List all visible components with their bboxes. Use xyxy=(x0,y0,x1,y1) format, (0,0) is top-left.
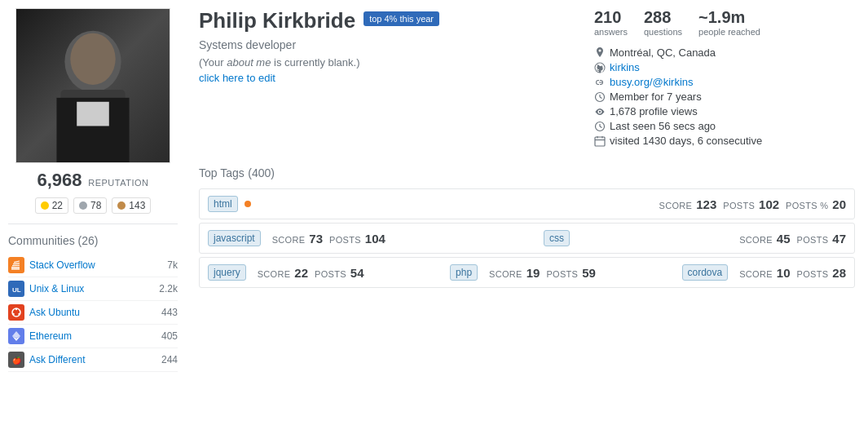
tags-label: Top Tags xyxy=(199,166,245,179)
meta-info: Montréal, QC, Canada kirkins busy.org/@k… xyxy=(594,46,855,147)
html-postspct-group: POSTS % 20 xyxy=(786,197,846,211)
php-score-group: SCORE 19 xyxy=(489,266,540,280)
link-icon xyxy=(594,77,606,88)
community-name-ethereum[interactable]: Ethereum xyxy=(29,330,156,342)
php-posts-group: POSTS 59 xyxy=(546,266,595,280)
communities-section: Communities (26) Stack Overflow 7k UL Un… xyxy=(8,234,178,372)
cordova-score-label: SCORE xyxy=(739,269,773,279)
css-posts-group: POSTS 47 xyxy=(797,232,846,246)
reached-label: people reached xyxy=(698,27,760,37)
meta-last-seen: Last seen 56 secs ago xyxy=(594,120,855,132)
github-icon xyxy=(594,62,606,73)
tag-html[interactable]: html xyxy=(208,196,238,212)
tag-jquery[interactable]: jquery xyxy=(208,264,246,281)
tag-row-html-inner: html SCORE 123 POSTS 102 POSTS % 20 xyxy=(208,196,846,212)
main-content: Philip Kirkbride top 4% this year System… xyxy=(186,0,868,425)
css-score-group: SCORE 45 xyxy=(739,232,790,246)
stat-questions: 288 questions xyxy=(644,8,682,37)
answers-label: answers xyxy=(594,27,628,37)
html-score-label: SCORE xyxy=(659,201,693,210)
css-posts-value: 47 xyxy=(832,232,846,246)
tag-row-js-css-inner: javascript SCORE 73 POSTS 104 css SCORE … xyxy=(208,230,846,246)
askdifferent-icon: 🍎 xyxy=(8,352,24,368)
html-postspct-value: 20 xyxy=(832,197,846,211)
gold-badge: 22 xyxy=(35,197,68,214)
html-posts-label: POSTS xyxy=(723,201,755,210)
profile-name: Philip Kirkbride xyxy=(199,8,355,33)
about-blank: (Your about me is currently blank.) xyxy=(199,56,594,69)
css-score-value: 45 xyxy=(777,232,791,246)
community-name-unixlinux[interactable]: Unix & Linux xyxy=(29,283,154,294)
cordova-posts-label: POSTS xyxy=(797,269,829,279)
cordova-posts-value: 28 xyxy=(832,266,846,280)
tag-row-js-css: javascript SCORE 73 POSTS 104 css SCORE … xyxy=(199,223,855,254)
ethereum-icon xyxy=(8,328,24,344)
community-name-askdifferent[interactable]: Ask Different xyxy=(29,354,156,365)
svg-line-23 xyxy=(600,97,602,99)
silver-badge: 78 xyxy=(73,197,107,214)
profile-header: Philip Kirkbride top 4% this year xyxy=(199,8,594,33)
top-section: Philip Kirkbride top 4% this year System… xyxy=(199,8,855,149)
tag-css[interactable]: css xyxy=(544,230,570,246)
meta-profile-views: 1,678 profile views xyxy=(594,105,855,117)
svg-rect-11 xyxy=(14,260,20,263)
communities-count: (26) xyxy=(78,234,99,247)
avatar-image xyxy=(16,9,170,162)
bronze-badge: 143 xyxy=(112,197,151,214)
svg-point-14 xyxy=(15,308,17,310)
community-item-unixlinux[interactable]: UL Unix & Linux 2.2k xyxy=(8,277,178,301)
css-score-label: SCORE xyxy=(739,235,773,245)
badges: 22 78 143 xyxy=(8,197,178,214)
meta-website: busy.org/@kirkins xyxy=(594,76,855,88)
svg-text:UL: UL xyxy=(12,286,21,294)
reputation-number: 6,968 xyxy=(37,170,82,190)
jquery-posts-label: POSTS xyxy=(315,269,346,279)
js-posts-group: POSTS 104 xyxy=(329,232,386,246)
css-posts-label: POSTS xyxy=(797,235,829,245)
community-score-stackoverflow: 7k xyxy=(167,259,178,271)
bronze-dot xyxy=(117,201,126,210)
answers-number: 210 xyxy=(594,8,628,27)
github-link[interactable]: kirkins xyxy=(610,61,640,73)
tag-cordova[interactable]: cordova xyxy=(682,264,729,281)
community-item-stackoverflow[interactable]: Stack Overflow 7k xyxy=(8,254,178,277)
js-posts-label: POSTS xyxy=(329,235,361,245)
calendar-icon xyxy=(594,135,606,147)
community-score-askubuntu: 443 xyxy=(161,307,178,318)
reached-number: ~1.9m xyxy=(698,8,760,27)
reputation-label: REPUTATION xyxy=(88,178,148,188)
questions-number: 288 xyxy=(644,8,682,27)
meta-location: Montréal, QC, Canada xyxy=(594,46,855,59)
visited-text: visited 1430 days, 6 consecutive xyxy=(610,135,762,147)
js-score-group: SCORE 73 xyxy=(272,232,323,246)
tags-section: Top Tags (400) html SCORE 123 POSTS 102 xyxy=(199,166,855,288)
stat-answers: 210 answers xyxy=(594,8,628,37)
website-link[interactable]: busy.org/@kirkins xyxy=(610,76,694,88)
divider xyxy=(8,224,178,224)
php-score-label: SCORE xyxy=(489,269,522,279)
svg-line-27 xyxy=(600,126,602,128)
reputation-area: 6,968 REPUTATION xyxy=(8,170,178,191)
edit-link[interactable]: click here to edit xyxy=(199,72,275,84)
community-item-askdifferent[interactable]: 🍎 Ask Different 244 xyxy=(8,348,178,372)
community-name-askubuntu[interactable]: Ask Ubuntu xyxy=(29,307,156,318)
tag-php[interactable]: php xyxy=(450,264,478,281)
svg-rect-8 xyxy=(11,268,20,270)
html-postspct-label: POSTS % xyxy=(786,201,828,210)
community-item-ethereum[interactable]: Ethereum 405 xyxy=(8,325,178,348)
member-for-text: Member for 7 years xyxy=(610,91,702,103)
html-posts-value: 102 xyxy=(759,197,779,211)
stats-row: 210 answers 288 questions ~1.9m people r… xyxy=(594,8,855,37)
eye-icon xyxy=(594,106,606,117)
svg-rect-9 xyxy=(12,265,20,267)
community-name-stackoverflow[interactable]: Stack Overflow xyxy=(29,259,162,271)
jquery-score-label: SCORE xyxy=(258,269,291,279)
silver-dot xyxy=(79,201,87,210)
profile-right: 210 answers 288 questions ~1.9m people r… xyxy=(594,8,855,149)
tag-javascript[interactable]: javascript xyxy=(208,230,261,246)
community-item-askubuntu[interactable]: Ask Ubuntu 443 xyxy=(8,301,178,325)
questions-label: questions xyxy=(644,27,682,37)
cordova-posts-group: POSTS 28 xyxy=(797,266,846,280)
meta-visited: visited 1430 days, 6 consecutive xyxy=(594,135,855,147)
php-score-value: 19 xyxy=(527,266,540,280)
